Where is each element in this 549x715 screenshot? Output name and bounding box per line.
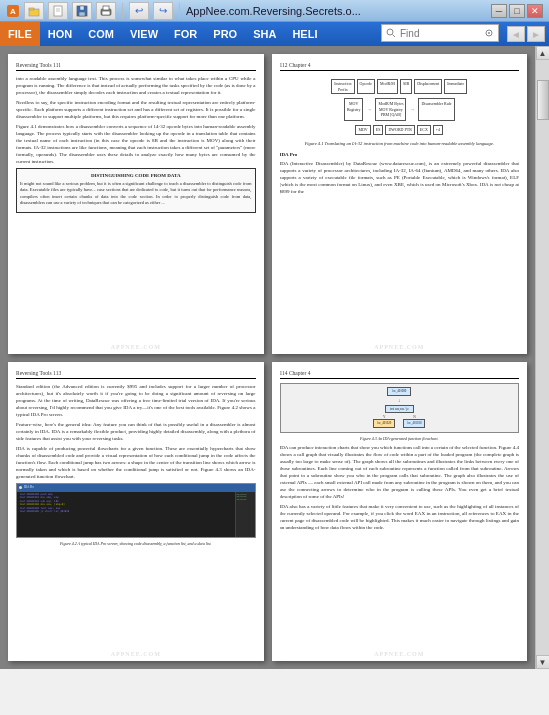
ida-icon <box>19 486 22 489</box>
page-113-header: Reversing Tools 113 <box>16 370 256 379</box>
page-111-box-title: DISTINGUISHING CODE FROM DATA <box>20 172 252 179</box>
save-btn[interactable] <box>72 2 92 20</box>
page-114-content: loc_401000 ↓ test eax,eax / jz Y loc_401… <box>280 383 520 535</box>
undo-btn[interactable]: ↩ <box>129 2 149 20</box>
nav-back-btn[interactable]: ◄ <box>507 26 525 42</box>
menu-spacer <box>325 22 377 46</box>
flowchart: loc_401000 ↓ test eax,eax / jz Y loc_401… <box>373 387 425 427</box>
page-113-para1: Standard edition (the Advanced edition i… <box>16 383 256 418</box>
flowchart-box3: loc_401020 <box>373 419 395 427</box>
diagram-container: InstructionPrefix Opcode ModR/M SIB Disp… <box>331 79 467 135</box>
page-112-ida-content: IDA (Interactive Disassembler) by DataRe… <box>280 160 520 195</box>
page-111-box-content: It might not sound like a serious proble… <box>20 181 252 206</box>
page-111-para1: into a readable assembly language text. … <box>16 75 256 96</box>
diag-dword-ptr: DWORD PTR <box>385 125 414 135</box>
menu-com[interactable]: COM <box>80 22 122 46</box>
minimize-btn[interactable]: ─ <box>491 4 507 18</box>
ida-names-panel: sub_401000 sub_401050 sub_401090 <box>235 492 255 537</box>
page-111-title: Reversing Tools 111 <box>16 62 61 68</box>
page-114-header: 114 Chapter 4 <box>280 370 520 379</box>
page-112-title: 112 Chapter 4 <box>280 62 311 68</box>
menu-hon[interactable]: HON <box>40 22 80 46</box>
page-112-header: 112 Chapter 4 <box>280 62 520 71</box>
page-113: Reversing Tools 113 Standard edition (th… <box>8 362 264 662</box>
redo-btn[interactable]: ↪ <box>153 2 173 20</box>
ida-content: .text:00401000 push ebp .text:00401001 m… <box>17 492 255 537</box>
search-input[interactable] <box>400 28 480 39</box>
diag-modrm: ModR/M <box>377 79 398 94</box>
diag-prefix: InstructionPrefix <box>331 79 354 94</box>
page-114-para2: IDA also has a variety of little feature… <box>280 503 520 531</box>
svg-line-14 <box>393 35 396 38</box>
ida-title: IDA Pro <box>24 485 34 489</box>
diag-mdv: MDV <box>355 125 370 135</box>
diag-mov-registry: MOVRegistry <box>344 98 364 121</box>
title-bar: A ↩ ↪ AppNee.com.Reversing.Secrets.o... … <box>0 0 549 22</box>
diag-displacement: Displacement <box>414 79 442 94</box>
menu-sha[interactable]: SHA <box>245 22 284 46</box>
page-112-fig-caption: Figure 4.1 Translating an IA-32 instruct… <box>280 141 520 147</box>
nav-forward-btn[interactable]: ► <box>527 26 545 42</box>
open-file-btn[interactable] <box>48 2 68 20</box>
maximize-btn[interactable]: □ <box>509 4 525 18</box>
page-112-figure-area: InstructionPrefix Opcode ModR/M SIB Disp… <box>280 79 520 135</box>
svg-rect-3 <box>29 8 34 10</box>
diag-sib: SIB <box>400 79 412 94</box>
diagram-bottom-row: MDV ES DWORD PTR ECX +4 <box>355 125 443 135</box>
page-114: 114 Chapter 4 loc_401000 ↓ test eax,eax … <box>272 362 528 662</box>
page-112-ida-heading: IDA Pro <box>280 151 520 158</box>
diag-es: ES <box>373 125 384 135</box>
menu-file[interactable]: FILE <box>0 22 40 46</box>
diag-modrm-bytes: ModR/M BytesMOV RegistryPRM [QAB] <box>375 98 406 121</box>
diag-disassembler-rule: Disassembler Rule <box>418 98 454 121</box>
page-113-para2: Feature-wise, here's the general idea: A… <box>16 421 256 442</box>
page-113-title: Reversing Tools 113 <box>16 370 61 376</box>
window-controls: ─ □ ✕ <box>491 4 543 18</box>
watermark-2: APPNEE.COM <box>374 344 424 350</box>
svg-rect-12 <box>102 11 110 15</box>
menu-heli[interactable]: HELI <box>284 22 325 46</box>
search-icon <box>386 28 396 38</box>
diagram-mid-row: MOVRegistry → ModR/M BytesMOV RegistryPR… <box>344 98 455 121</box>
settings-icon <box>484 28 494 38</box>
diag-plus4: +4 <box>433 125 443 135</box>
diag-ecx: ECX <box>417 125 431 135</box>
svg-rect-8 <box>79 12 85 16</box>
menu-view[interactable]: VIEW <box>122 22 166 46</box>
watermark-1: APPNEE.COM <box>111 344 161 350</box>
page-111-para2: Needless to say, the specific instructio… <box>16 99 256 120</box>
watermark-3: APPNEE.COM <box>111 651 161 657</box>
scroll-down-btn[interactable]: ▼ <box>536 655 550 669</box>
page-112-content: InstructionPrefix Opcode ModR/M SIB Disp… <box>280 75 520 198</box>
ida-code-panel: .text:00401000 push ebp .text:00401001 m… <box>17 492 235 537</box>
diag-arrow-right: → <box>367 98 371 121</box>
page-113-figure: IDA Pro .text:00401000 push ebp .text:00… <box>16 483 256 538</box>
ida-code-line6: .text:0040100b jz short loc_401020 <box>18 510 234 514</box>
title-text: AppNee.com.Reversing.Secrets.o... <box>186 5 361 17</box>
scroll-up-btn[interactable]: ▲ <box>536 46 550 60</box>
open-folder-btn[interactable] <box>24 2 44 20</box>
doc-area[interactable]: Reversing Tools 111 into a readable asse… <box>0 46 535 669</box>
watermark-4: APPNEE.COM <box>374 651 424 657</box>
menu-pro[interactable]: PRO <box>205 22 245 46</box>
separator-2 <box>179 3 180 19</box>
scroll-thumb[interactable] <box>537 80 549 120</box>
menu-bar: FILE HON COM VIEW FOR PRO SHA HELI ◄ ► <box>0 22 549 46</box>
page-113-content: Standard edition (the Advanced edition i… <box>16 383 256 550</box>
close-btn[interactable]: ✕ <box>527 4 543 18</box>
scroll-track[interactable] <box>536 60 550 655</box>
page-114-figure: loc_401000 ↓ test eax,eax / jz Y loc_401… <box>280 383 520 433</box>
page-111-content: into a readable assembly language text. … <box>16 75 256 216</box>
print-btn[interactable] <box>96 2 116 20</box>
page-113-para3: IDA is capable of producing powerful flo… <box>16 445 256 480</box>
title-bar-left: A ↩ ↪ AppNee.com.Reversing.Secrets.o... <box>6 2 361 20</box>
diag-opcode: Opcode <box>357 79 375 94</box>
diag-immediate: Immediate <box>444 79 467 94</box>
search-box[interactable] <box>381 24 499 42</box>
menu-for[interactable]: FOR <box>166 22 205 46</box>
right-scrollbar: ▲ ▼ <box>535 46 549 669</box>
flowchart-right-branch: N loc_401010 <box>403 414 425 428</box>
flowchart-box2: test eax,eax / jz <box>385 405 414 413</box>
page-114-fig-caption: Figure 4.3 An IDA-generated function flo… <box>280 436 520 442</box>
svg-rect-11 <box>103 6 109 10</box>
